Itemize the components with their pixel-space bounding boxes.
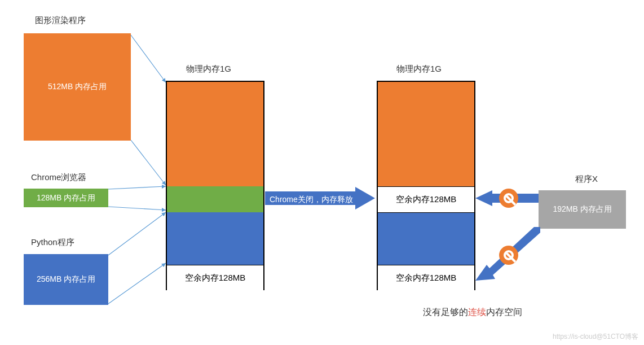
chrome-process-title: Chrome浏览器 bbox=[31, 172, 86, 183]
stack2-free-bottom-label: 空余内存128MB bbox=[396, 273, 457, 283]
python-process-box: 256MB 内存占用 bbox=[24, 254, 108, 305]
conclusion-prefix: 没有足够的 bbox=[423, 307, 468, 317]
gfx-process-box: 512MB 内存占用 bbox=[24, 33, 131, 141]
stack1-seg-gfx bbox=[167, 82, 263, 186]
stack1-seg-python bbox=[167, 212, 263, 265]
python-process-title: Python程序 bbox=[31, 237, 74, 248]
chrome-process-usage: 128MB 内存占用 bbox=[37, 193, 95, 203]
stack2-seg-python bbox=[378, 212, 474, 265]
stack1-free-label: 空余内存128MB bbox=[185, 273, 246, 283]
stack2-seg-free-bottom: 空余内存128MB bbox=[378, 265, 474, 291]
programx-title: 程序X bbox=[575, 174, 598, 185]
conclusion-suffix: 内存空间 bbox=[486, 307, 522, 317]
programx-box: 192MB 内存占用 bbox=[539, 190, 626, 229]
stack1-title: 物理内存1G bbox=[186, 64, 231, 75]
svg-line-8 bbox=[108, 263, 166, 304]
prohibit-icon-bottom bbox=[499, 246, 518, 265]
python-process-usage: 256MB 内存占用 bbox=[37, 274, 95, 285]
stack2: 空余内存128MB 空余内存128MB bbox=[377, 81, 475, 290]
gfx-process-title: 图形渲染程序 bbox=[35, 15, 86, 26]
stack2-seg-free-top: 空余内存128MB bbox=[378, 186, 474, 212]
svg-line-4 bbox=[131, 140, 166, 185]
stack1-seg-free: 空余内存128MB bbox=[167, 265, 263, 291]
svg-line-3 bbox=[131, 35, 166, 82]
arrow-close-release: Chrome关闭，内存释放 bbox=[265, 189, 375, 207]
gfx-process-usage: 512MB 内存占用 bbox=[48, 82, 107, 92]
svg-line-7 bbox=[108, 212, 166, 255]
stack1: 空余内存128MB bbox=[166, 81, 264, 290]
svg-line-5 bbox=[108, 186, 166, 189]
stack2-free-top-label: 空余内存128MB bbox=[396, 194, 457, 205]
watermark: https://is-cloud@51CTO博客 bbox=[553, 332, 638, 342]
chrome-process-box: 128MB 内存占用 bbox=[24, 189, 108, 207]
conclusion-highlight: 连续 bbox=[468, 307, 486, 317]
svg-line-6 bbox=[108, 207, 166, 210]
arrow-close-label: Chrome关闭，内存释放 bbox=[270, 195, 353, 205]
stack1-seg-chrome bbox=[167, 186, 263, 212]
stack2-seg-gfx bbox=[378, 82, 474, 186]
conclusion-text: 没有足够的连续内存空间 bbox=[423, 307, 522, 318]
programx-usage: 192MB 内存占用 bbox=[553, 204, 611, 215]
prohibit-icon-top bbox=[499, 189, 518, 208]
stack2-title: 物理内存1G bbox=[396, 64, 442, 75]
